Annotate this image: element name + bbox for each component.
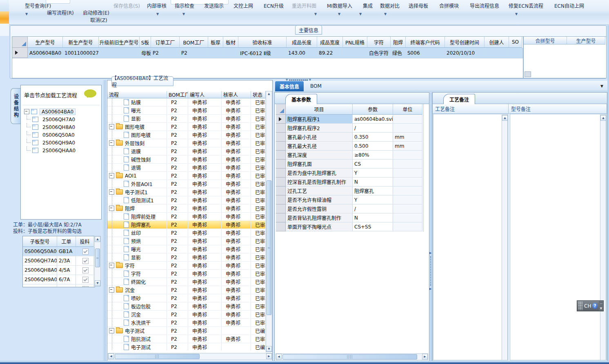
column-header[interactable]: 工单 (57, 236, 76, 247)
writer-cell[interactable]: 申勇祁 (188, 262, 222, 269)
flow-row[interactable]: 图形电镀P2申勇祁申勇祁已审核 (107, 123, 266, 131)
row-selector-cell[interactable] (276, 142, 286, 151)
work-order-cell[interactable]: GB1A (57, 247, 76, 256)
language-indicator[interactable]: CH (584, 303, 591, 309)
work-order-cell[interactable] (57, 284, 76, 287)
scrollbar-thumb[interactable]: ||| (115, 354, 200, 359)
toolbar-button[interactable]: 选择母板 (407, 2, 429, 9)
column-header[interactable]: 参数 (353, 104, 393, 115)
flow-step-cell[interactable]: 喷砂 (107, 294, 167, 302)
reviewer-cell[interactable]: 申勇祁 (222, 204, 251, 212)
tab-basic-params[interactable]: 基本参数 (285, 94, 317, 104)
writer-cell[interactable]: 申勇祁 (188, 98, 222, 106)
model-note-scrollbar[interactable]: ▲ (600, 115, 606, 360)
status-cell[interactable]: 已审核 (251, 204, 266, 212)
dropdown-arrow-icon[interactable]: ▼ (359, 13, 362, 16)
tree-node-label[interactable]: 0S006Q50A0 (41, 132, 76, 138)
table-cell[interactable]: P2 (151, 48, 180, 58)
status-cell[interactable]: 已审核 (251, 286, 266, 294)
param-row[interactable]: 塞孔深度≥80% (276, 151, 423, 160)
param-value-cell[interactable]: CS+SS (353, 222, 393, 231)
writer-cell[interactable]: 申勇祁 (188, 270, 222, 277)
reviewer-cell[interactable]: 申勇祁 (222, 115, 251, 122)
param-row[interactable]: 阻焊塞孔程序1as00604ba0.svia (276, 115, 423, 124)
toolbar-button[interactable]: 集成 (362, 2, 374, 9)
column-header[interactable]: 生产型号 (28, 37, 63, 48)
subboard-row[interactable]: 0S006Q50A0GB1A (23, 247, 95, 256)
dropdown-arrow-icon[interactable]: ▼ (338, 13, 340, 16)
process-flow-tab[interactable]: 【AS00604BA0】工艺流程 (111, 76, 173, 86)
row-selector-cell[interactable] (276, 178, 286, 186)
flow-step-cell[interactable]: 电子测试 (107, 327, 167, 335)
param-row[interactable]: 是否为盘中孔阻焊塞孔Y (276, 169, 423, 178)
dropdown-arrow-icon[interactable]: ▼ (182, 13, 185, 16)
main-info-data-row[interactable]: AS00604BA010011000027293母板P2P2IPC-6012 Ⅱ… (12, 48, 523, 58)
tree-node-root[interactable]: AS00604BA0 (24, 108, 100, 115)
toolbar-button[interactable]: ECN升级 (262, 2, 285, 9)
writer-cell[interactable]: 申勇祁 (188, 131, 222, 139)
writer-cell[interactable]: 申勇祁 (188, 253, 222, 261)
dropdown-arrow-icon[interactable]: ▼ (156, 13, 159, 16)
toolbar-button[interactable]: 数据对比 (379, 2, 401, 9)
reviewer-cell[interactable]: 申勇祁 (222, 180, 251, 188)
row-selector-cell[interactable] (276, 186, 286, 195)
status-cell[interactable]: 已审核 (251, 188, 266, 196)
column-header[interactable]: 终端客户代码 (406, 37, 445, 48)
flow-step-cell[interactable]: 电子测试1 (107, 188, 167, 196)
param-row[interactable]: 塞孔最小孔径0.350mm (276, 133, 423, 142)
flow-row[interactable]: 字符P2申勇祁申勇祁已审核 (107, 262, 266, 270)
column-header[interactable]: SO (509, 37, 522, 48)
params-horizontal-scrollbar[interactable]: ◀ |||| ▶ (276, 353, 428, 360)
reviewer-cell[interactable]: 申勇祁 (222, 335, 251, 343)
param-value-cell[interactable]: 0.350 (353, 133, 393, 142)
reviewer-cell[interactable]: 申勇祁 (222, 262, 251, 269)
column-header[interactable]: 状态 (251, 91, 266, 98)
toolbar-button[interactable]: 保存信息(S) (112, 2, 141, 9)
status-cell[interactable]: 已审核 (251, 139, 266, 147)
flow-row[interactable]: 阻抗测试P2申勇祁申勇祁已审核 (107, 335, 266, 343)
writer-cell[interactable]: 申勇祁 (188, 147, 222, 155)
toolbar-button[interactable]: 发送指示 (203, 2, 225, 9)
column-header[interactable]: S板 (140, 37, 151, 48)
table-cell[interactable]: 白色字符 (367, 48, 391, 58)
subboard-model-cell[interactable]: 2S006QHAA0 (23, 284, 57, 287)
param-value-cell[interactable]: as00604ba0.svia (353, 115, 393, 124)
param-item-cell[interactable]: 阻焊塞孔程序1 (286, 115, 353, 124)
param-unit-cell[interactable]: mm (393, 133, 422, 142)
merge-grid-corner-button[interactable] (525, 71, 531, 77)
column-header[interactable]: 项目 (286, 104, 353, 115)
checkbox-checked-icon[interactable] (82, 249, 89, 255)
factory-cell[interactable]: P2 (167, 98, 188, 106)
tree-node[interactable]: 2S006QH8A0 (32, 123, 100, 131)
param-unit-cell[interactable] (393, 115, 422, 124)
factory-cell[interactable]: P2 (167, 270, 188, 277)
param-row[interactable]: 阻焊塞孔程序2/ (276, 124, 423, 133)
writer-cell[interactable]: 申勇祁 (188, 286, 222, 294)
subboard-row[interactable]: 2S006QH9A06/7A (23, 275, 95, 284)
flow-row[interactable]: 丝印P2申勇祁申勇祁已审核 (107, 229, 266, 237)
column-header[interactable]: 成品宽度 (317, 37, 343, 48)
status-cell[interactable]: 已审核 (251, 147, 266, 155)
flow-step-cell[interactable]: 显影 (107, 253, 167, 261)
factory-cell[interactable]: P2 (167, 107, 188, 114)
reviewer-cell[interactable]: 申勇祁 (222, 139, 251, 147)
flow-horizontal-scrollbar[interactable]: ◀ ||| ▶ (108, 353, 272, 360)
language-bar[interactable]: CH ? — ▼ (577, 300, 604, 311)
param-value-cell[interactable]: N (353, 178, 393, 186)
status-cell[interactable]: 已审核 (251, 262, 266, 269)
column-header[interactable]: 投料 (76, 236, 94, 247)
tree-node-label[interactable]: 2S006QHAA0 (41, 148, 77, 153)
scroll-up-icon[interactable]: ▲ (600, 115, 606, 121)
param-item-cell[interactable]: 阻焊塞孔程序2 (286, 124, 353, 133)
status-cell[interactable]: 已审核 (251, 294, 266, 302)
flow-step-cell[interactable]: 预烘 (107, 237, 167, 245)
toolbar-button[interactable]: 文控上网 (232, 2, 254, 9)
checkbox-checked-icon[interactable] (82, 286, 89, 288)
status-cell[interactable]: 已审核 (251, 107, 266, 114)
param-row[interactable]: 是否允许假性露铜/ (276, 204, 423, 213)
column-header[interactable]: 单位 (393, 104, 422, 115)
param-item-cell[interactable]: 是否允许假性露铜 (286, 204, 353, 213)
reviewer-cell[interactable]: 申勇祁 (222, 302, 251, 310)
column-header[interactable]: 订单工厂 (151, 37, 180, 48)
column-header[interactable]: 升级前旧生产型号 (99, 37, 140, 48)
